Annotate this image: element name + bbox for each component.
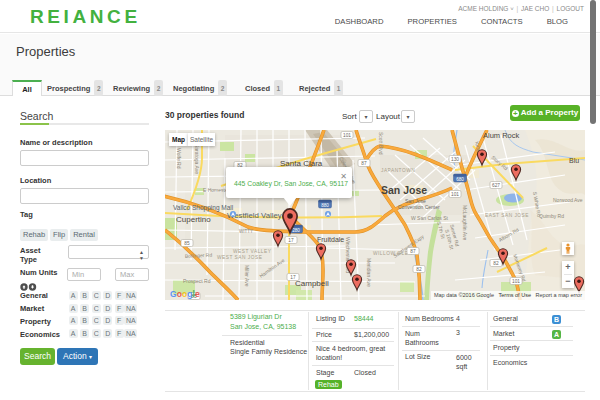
svg-text:Fruitdale: Fruitdale	[317, 236, 344, 243]
svg-text:Blu: Blu	[569, 157, 579, 164]
svg-text:82: 82	[416, 267, 422, 272]
svg-text:Convention Center: Convention Center	[398, 204, 440, 210]
svg-text:W San Carlos St: W San Carlos St	[411, 215, 449, 221]
svg-text:101: 101	[451, 192, 459, 197]
svg-text:680: 680	[456, 177, 464, 182]
svg-text:Wolfe Rd: Wolfe Rd	[176, 148, 182, 169]
svg-text:130: 130	[451, 157, 459, 162]
svg-text:WEST SAN JOSE: WEST SAN JOSE	[217, 255, 262, 260]
svg-text:JAPANTOWN: JAPANTOWN	[381, 168, 415, 173]
svg-text:87: 87	[410, 249, 416, 254]
svg-text:WEST VALLEY: WEST VALLEY	[233, 249, 272, 254]
svg-text:McLaughlin Ave: McLaughlin Ave	[462, 205, 468, 240]
svg-text:Vallco Shopping Mall: Vallco Shopping Mall	[173, 204, 234, 212]
svg-text:WITTY: WITTY	[239, 229, 253, 234]
svg-text:17: 17	[288, 238, 294, 243]
svg-text:87: 87	[361, 161, 367, 166]
svg-text:101: 101	[343, 133, 351, 138]
svg-text:EAST SAN JOSE: EAST SAN JOSE	[485, 213, 529, 218]
svg-text:82: 82	[493, 261, 499, 266]
svg-text:Scott Blvd: Scott Blvd	[378, 132, 384, 155]
svg-text:Cupertino: Cupertino	[176, 215, 211, 224]
svg-text:Miller Ave: Miller Ave	[244, 265, 250, 287]
svg-text:880: 880	[321, 203, 329, 208]
svg-text:Norwood Ave: Norwood Ave	[553, 197, 583, 203]
svg-text:627: 627	[492, 183, 500, 188]
svg-text:Saratoga Ave: Saratoga Ave	[194, 144, 200, 174]
svg-text:Alum Rock: Alum Rock	[483, 131, 520, 140]
svg-text:17: 17	[290, 275, 296, 280]
svg-text:85: 85	[184, 241, 190, 246]
svg-text:101: 101	[512, 279, 520, 284]
svg-text:280: 280	[292, 228, 300, 233]
svg-text:Meridian Ave: Meridian Ave	[366, 258, 372, 287]
svg-text:San Jose: San Jose	[381, 184, 427, 196]
svg-text:Campbell: Campbell	[295, 279, 329, 288]
svg-text:Quimby Rd: Quimby Rd	[539, 213, 564, 219]
svg-text:Prospect Rd: Prospect Rd	[183, 278, 211, 284]
